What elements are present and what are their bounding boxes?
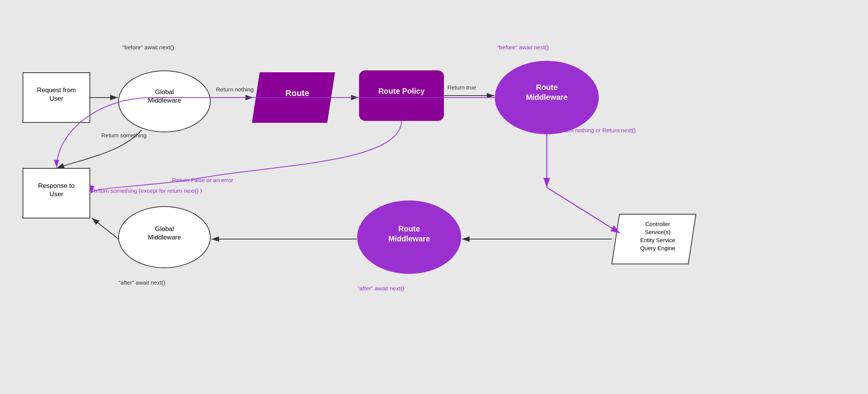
global-middleware-bottom-label: GlobalMiddleware: [119, 225, 210, 242]
after-await-bottom-right-label: "after" await next(): [358, 285, 404, 291]
return-false-error-label: Return False or an error: [172, 177, 233, 183]
after-await-bottom-left-label: "after" await next(): [119, 279, 165, 286]
return-something-top-label: Return something: [101, 132, 146, 138]
response-to-user-label: Response toUser: [23, 182, 90, 199]
controller-service-label: ControllerService(s)Entity ServiceQuery …: [619, 220, 696, 252]
return-true-label: Return true: [447, 84, 476, 91]
diagram-svg: [0, 0, 868, 394]
return-nothing-1-label: Return nothing: [216, 86, 254, 93]
diagram-container: Request from User GlobalMiddleware Route…: [0, 0, 868, 394]
arrow-gmw-bottom-to-response: [92, 218, 119, 239]
return-something-except-label: Return something (except for return next…: [92, 187, 202, 194]
arrow-rmw-to-controller-h: [547, 187, 620, 233]
route-label: Route: [260, 88, 335, 99]
request-from-user-label: Request from User: [23, 86, 90, 103]
arrow-policy-false-to-response: [91, 120, 401, 193]
before-await-top-left-label: "before" await next(): [122, 44, 174, 50]
before-await-top-right-label: "before" await next(): [497, 44, 549, 50]
route-middleware-bottom-label: RouteMiddleware: [358, 224, 461, 244]
return-nothing-or-next-label: Return nothing or Return next(): [556, 126, 636, 135]
route-middleware-top-label: RouteMiddleware: [495, 82, 598, 102]
route-policy-label: Route Policy: [359, 86, 444, 96]
global-middleware-top-label: GlobalMiddleware: [119, 88, 210, 105]
